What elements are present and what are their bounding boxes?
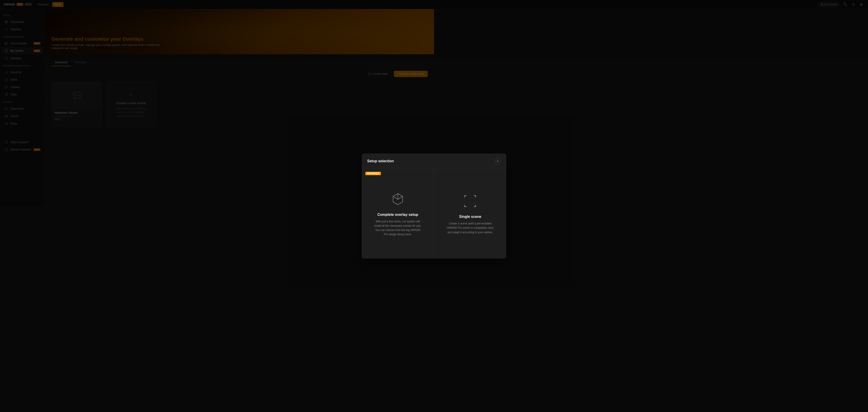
modal-body: BEGINNER Complete overlay setup With jus… bbox=[362, 168, 434, 206]
modal-header: Setup selection × bbox=[362, 153, 434, 168]
setup-selection-modal: Setup selection × BEGINNER bbox=[362, 153, 434, 206]
cube-icon bbox=[389, 190, 407, 206]
modal-option-complete-overlay[interactable]: BEGINNER Complete overlay setup With jus… bbox=[362, 168, 434, 206]
modal-title: Setup selection bbox=[367, 159, 394, 163]
svg-line-33 bbox=[398, 196, 403, 199]
beginner-badge: BEGINNER bbox=[365, 172, 381, 175]
modal-backdrop[interactable]: Setup selection × BEGINNER bbox=[0, 0, 434, 206]
svg-line-34 bbox=[393, 196, 398, 199]
